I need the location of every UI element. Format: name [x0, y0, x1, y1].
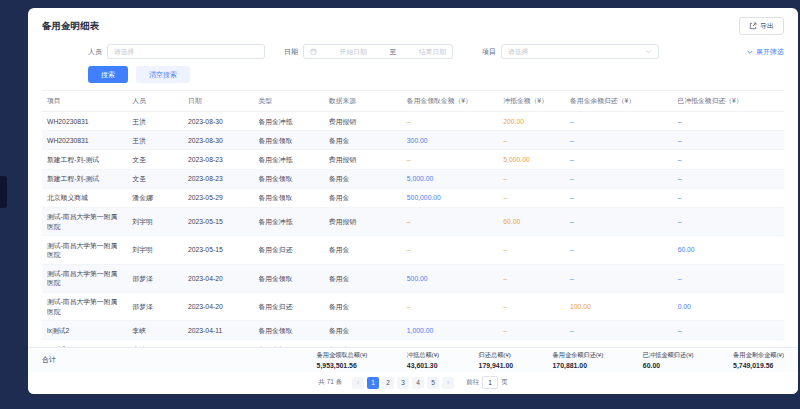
- table-cell: 测试-南昌大学第一附属医院: [42, 207, 127, 235]
- page-number-button[interactable]: 2: [382, 377, 394, 389]
- table-cell: –: [498, 292, 565, 320]
- table-cell: 邵梦泽: [127, 292, 183, 320]
- export-button-label: 导出: [760, 21, 774, 31]
- expand-filters-link[interactable]: 展开筛选: [746, 47, 784, 57]
- summary-item: 备用金剩余金额(¥)5,749,019.56: [733, 351, 784, 369]
- table-cell: 2023-05-15: [183, 207, 253, 235]
- table-cell: –: [673, 112, 784, 131]
- table-cell: 新建工程-刘-测试: [42, 169, 127, 188]
- table-cell: 备用金归还: [253, 236, 323, 264]
- table-cell: 备用金领取: [253, 188, 323, 207]
- table-cell: 备用金: [324, 188, 402, 207]
- table-cell: 测试-南昌大学第一附属医院: [42, 292, 127, 320]
- table-cell: 文圣: [127, 150, 183, 169]
- table-cell: 新建工程-刘-测试: [42, 150, 127, 169]
- expand-chevron-icon: [746, 48, 754, 56]
- summary-item: 冲抵总额(¥)43,601.30: [407, 351, 439, 369]
- table-cell: 备用金领取: [253, 264, 323, 292]
- column-header: 日期: [183, 91, 253, 112]
- content-card: 备用金明细表 导出 人员 请选择 日期 开始日期 至: [28, 8, 798, 394]
- filter-bar: 人员 请选择 日期 开始日期 至 结束日期 项目 请选择: [28, 42, 798, 61]
- table-cell: 刘宇明: [127, 207, 183, 235]
- table-cell: 备用金领取: [253, 131, 323, 150]
- date-filter-label: 日期: [284, 47, 298, 57]
- table-cell: –: [673, 169, 784, 188]
- table-cell: –: [498, 264, 565, 292]
- summary-item-label: 备用金剩余金额(¥): [733, 351, 784, 360]
- table-cell: 备用金领取: [253, 340, 323, 347]
- page-number-button[interactable]: 3: [397, 377, 409, 389]
- table-cell: 李峡: [127, 321, 183, 340]
- data-table: 项目人员日期类型数据来源备用金领取金额（¥）冲抵金额（¥）备用金余额归还（¥）已…: [28, 90, 798, 347]
- card-header: 备用金明细表 导出: [28, 8, 798, 42]
- expand-filters-label: 展开筛选: [756, 47, 784, 57]
- next-page-button[interactable]: ›: [442, 377, 454, 389]
- prev-page-button[interactable]: ‹: [352, 377, 364, 389]
- project-filter-select[interactable]: 请选择: [501, 44, 659, 59]
- summary-item-label: 已冲抵金额归还(¥): [643, 351, 694, 360]
- table-row: 测试-南昌大学第一附属医院邵梦泽2023-04-20备用金领取备用金500.00…: [42, 264, 784, 292]
- table-cell: 北京顺义商城: [42, 188, 127, 207]
- table-cell: 备用金冲抵: [253, 207, 323, 235]
- sidebar-collapse-handle[interactable]: [0, 176, 7, 208]
- table-cell: 2023-04-20: [183, 264, 253, 292]
- table-row: 测试-南昌大学第一附属医院刘宇明2023-05-15备用金归还备用金–––60.…: [42, 236, 784, 264]
- table-cell: –: [498, 321, 565, 340]
- table-cell: 备用金: [324, 321, 402, 340]
- table-cell: 2023-04-11: [183, 321, 253, 340]
- table-row: lx测试2李峡2023-04-04备用金领取备用金10,000.00–––: [42, 340, 784, 347]
- table-row: lx测试2李峡2023-04-11备用金领取备用金1,000.00–––: [42, 321, 784, 340]
- table-cell: 备用金: [324, 340, 402, 347]
- project-filter-placeholder: 请选择: [508, 47, 528, 57]
- pagination-total-text: 共 71 条: [318, 378, 342, 387]
- table-cell: –: [402, 292, 498, 320]
- table-cell: 王洪: [127, 112, 183, 131]
- summary-item-value: 5,749,019.56: [733, 362, 784, 369]
- table-cell: 李峡: [127, 340, 183, 347]
- table-cell: lx测试2: [42, 340, 127, 347]
- table-row: WH20230831王洪2023-08-30备用金领取备用金300.00–––: [42, 131, 784, 150]
- column-header: 项目: [42, 91, 127, 112]
- table-cell: 5,000.00: [498, 150, 565, 169]
- page-number-button[interactable]: 4: [412, 377, 424, 389]
- person-filter-label: 人员: [88, 47, 102, 57]
- table-cell: –: [498, 131, 565, 150]
- table-cell: 500,000.00: [402, 188, 498, 207]
- date-range-picker[interactable]: 开始日期 至 结束日期: [303, 44, 453, 59]
- table-cell: 300.00: [402, 131, 498, 150]
- table-cell: 邵梦泽: [127, 264, 183, 292]
- page-number-button[interactable]: 1: [367, 377, 379, 389]
- pagination: 共 71 条 ‹ 12345 › 前往 1 页: [28, 372, 798, 394]
- table-row: 新建工程-刘-测试文圣2023-08-23备用金冲抵费用报销–5,000.00–…: [42, 150, 784, 169]
- table-cell: 备用金归还: [253, 292, 323, 320]
- summary-row: 合计 备用金领取总额(¥)5,953,501.56冲抵总额(¥)43,601.3…: [28, 347, 798, 372]
- search-button[interactable]: 搜索: [88, 66, 128, 83]
- chevron-down-icon: [645, 48, 652, 55]
- column-header: 类型: [253, 91, 323, 112]
- table-cell: 2023-08-23: [183, 169, 253, 188]
- table-cell: 2023-04-20: [183, 292, 253, 320]
- export-button[interactable]: 导出: [739, 17, 784, 35]
- table-cell: 备用金: [324, 131, 402, 150]
- page-number-button[interactable]: 5: [427, 377, 439, 389]
- filter-actions: 搜索 清空搜索: [28, 61, 798, 90]
- table-row: 测试-南昌大学第一附属医院邵梦泽2023-04-20备用金归还备用金––100.…: [42, 292, 784, 320]
- column-header: 人员: [127, 91, 183, 112]
- column-header: 数据来源: [324, 91, 402, 112]
- table-cell: 费用报销: [324, 207, 402, 235]
- table-cell: WH20230831: [42, 112, 127, 131]
- project-filter-label: 项目: [482, 47, 496, 57]
- person-filter-select[interactable]: 请选择: [107, 44, 265, 59]
- table-cell: –: [498, 188, 565, 207]
- column-header: 备用金领取金额（¥）: [402, 91, 498, 112]
- clear-search-button[interactable]: 清空搜索: [136, 66, 190, 83]
- table-cell: 2023-08-30: [183, 112, 253, 131]
- table-cell: 文圣: [127, 169, 183, 188]
- table-cell: –: [565, 150, 673, 169]
- table-cell: –: [565, 264, 673, 292]
- page-jump-input[interactable]: 1: [482, 376, 498, 389]
- table-cell: 2023-05-29: [183, 188, 253, 207]
- summary-item-value: 43,601.30: [407, 362, 439, 369]
- column-header: 冲抵金额（¥）: [498, 91, 565, 112]
- summary-item-label: 冲抵总额(¥): [407, 351, 439, 360]
